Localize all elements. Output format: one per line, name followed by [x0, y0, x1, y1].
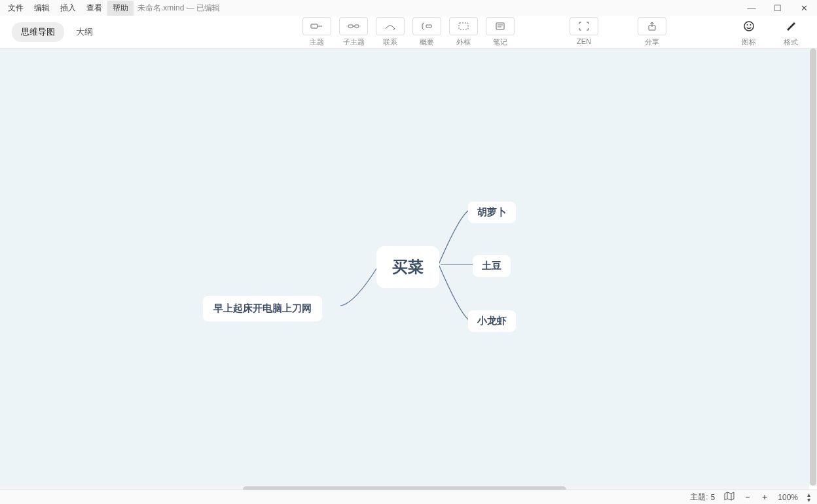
svg-rect-5	[426, 25, 431, 27]
toolbar-right-group-2: 图标 格式	[735, 17, 805, 47]
zen-button[interactable]: ZEN	[570, 17, 598, 47]
svg-rect-7	[496, 23, 504, 29]
window-maximize-button[interactable]: ☐	[765, 0, 791, 16]
toolbar-center: 主题 子主题 联系 概要 外框	[302, 17, 515, 47]
window-minimize-button[interactable]: —	[738, 0, 765, 16]
topic-count-label: 主题:	[690, 492, 708, 503]
central-topic-node[interactable]: 买菜	[376, 246, 439, 288]
mindmap-canvas[interactable]: 买菜 早上起床开电脑上刀网 胡萝卜 土豆 小龙虾	[0, 48, 809, 486]
zoom-level[interactable]: 100%	[778, 493, 798, 502]
note-button[interactable]: 笔记	[486, 17, 515, 47]
menu-edit[interactable]: 编辑	[29, 1, 55, 16]
summary-button[interactable]: 概要	[412, 17, 441, 47]
menu-file[interactable]: 文件	[3, 1, 29, 16]
format-panel-button[interactable]: 格式	[776, 17, 805, 47]
main-topic-node-left[interactable]: 早上起床开电脑上刀网	[203, 296, 322, 321]
share-button[interactable]: 分享	[638, 17, 666, 47]
smiley-icon	[735, 17, 763, 35]
topic-button[interactable]: 主题	[302, 17, 331, 47]
window-controls: — ☐ ✕	[738, 0, 817, 16]
share-label: 分享	[638, 37, 666, 47]
boundary-icon	[449, 17, 478, 35]
svg-point-12	[744, 22, 753, 31]
relationship-icon	[376, 17, 405, 35]
zoom-out-button[interactable]: －	[744, 492, 752, 503]
topic-icon	[302, 17, 331, 35]
note-label: 笔记	[486, 37, 515, 47]
boundary-label: 外框	[449, 37, 478, 47]
icon-panel-button[interactable]: 图标	[735, 17, 763, 47]
subtopic-button[interactable]: 子主题	[339, 17, 368, 47]
topic-count-value: 5	[711, 493, 716, 502]
summary-icon	[412, 17, 441, 35]
format-panel-label: 格式	[776, 37, 805, 47]
relationship-button[interactable]: 联系	[376, 17, 405, 47]
share-icon	[638, 17, 666, 35]
tab-mindmap[interactable]: 思维导图	[12, 22, 64, 42]
vertical-scrollbar[interactable]	[809, 48, 817, 486]
note-icon	[486, 17, 515, 35]
summary-label: 概要	[412, 37, 441, 47]
menu-bar: 文件 编辑 插入 查看 帮助 未命名.xmind — 已编辑	[0, 0, 817, 16]
fullscreen-icon	[570, 17, 598, 35]
map-overview-icon[interactable]	[724, 492, 735, 503]
relationship-label: 联系	[376, 37, 405, 47]
topic-label: 主题	[302, 37, 331, 47]
subtopic-node-2[interactable]: 土豆	[473, 255, 511, 277]
svg-point-13	[747, 24, 748, 26]
zoom-in-button[interactable]: ＋	[761, 492, 769, 503]
icon-panel-label: 图标	[735, 37, 763, 47]
brush-icon	[776, 17, 805, 35]
subtopic-icon	[339, 17, 368, 35]
toolbar-right-group-1: ZEN 分享	[570, 17, 666, 47]
zoom-stepper-icon[interactable]: ▴▾	[807, 492, 810, 503]
vertical-scrollbar-thumb[interactable]	[810, 48, 816, 486]
menu-view[interactable]: 查看	[81, 1, 107, 16]
svg-rect-2	[348, 25, 353, 27]
tab-outline[interactable]: 大纲	[67, 22, 102, 42]
menu-insert[interactable]: 插入	[55, 1, 81, 16]
svg-rect-6	[459, 23, 468, 29]
subtopic-node-1[interactable]: 胡萝卜	[468, 202, 516, 223]
document-title: 未命名.xmind — 已编辑	[134, 3, 220, 14]
status-bar: 主题: 5 － ＋ 100% ▴▾	[0, 490, 817, 504]
zen-label: ZEN	[570, 37, 598, 45]
svg-rect-0	[311, 24, 318, 28]
window-close-button[interactable]: ✕	[791, 0, 817, 16]
view-tabs: 思维导图 大纲	[0, 22, 102, 42]
toolbar: 思维导图 大纲 主题 子主题 联系 概要	[0, 16, 817, 48]
subtopic-node-3[interactable]: 小龙虾	[468, 310, 516, 332]
menu-help[interactable]: 帮助	[107, 1, 134, 16]
boundary-button[interactable]: 外框	[449, 17, 478, 47]
subtopic-label: 子主题	[339, 37, 368, 47]
svg-point-14	[750, 24, 752, 26]
svg-rect-3	[355, 25, 359, 27]
